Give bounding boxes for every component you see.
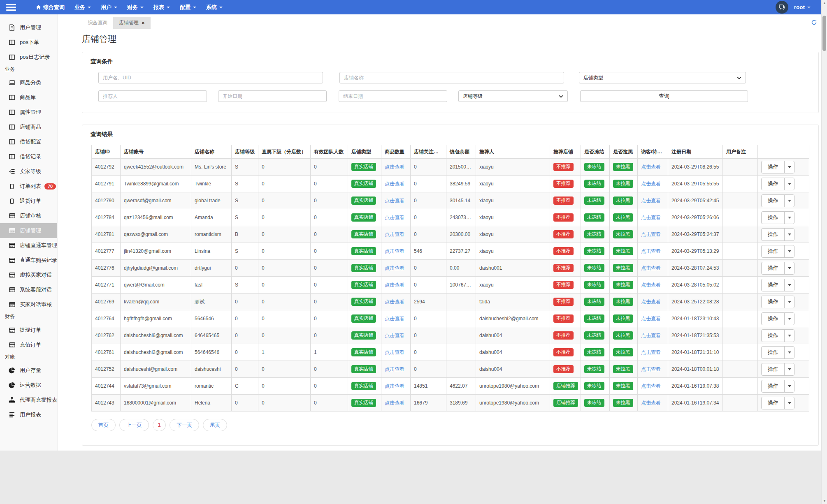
goods-view-link[interactable]: 点击查看 — [385, 349, 404, 355]
scroll-up-arrow-icon[interactable]: ▲ — [822, 1, 827, 5]
nav-item-5[interactable]: 配置 — [175, 0, 201, 14]
action-button[interactable]: 操作 — [762, 363, 784, 375]
chat-icon[interactable] — [776, 1, 788, 14]
goods-view-link[interactable]: 点击查看 — [385, 333, 404, 338]
action-dropdown-toggle[interactable] — [784, 229, 794, 240]
goods-view-link[interactable]: 点击查看 — [385, 248, 404, 254]
action-button[interactable]: 操作 — [762, 195, 784, 207]
sidebar-item-24[interactable]: 用户存量 — [0, 363, 57, 378]
action-dropdown-toggle[interactable] — [784, 245, 794, 257]
visitors-view-link[interactable]: 点击查看 — [641, 366, 661, 372]
visitors-view-link[interactable]: 点击查看 — [641, 265, 661, 271]
visitors-view-link[interactable]: 点击查看 — [641, 248, 661, 254]
action-dropdown-toggle[interactable] — [784, 262, 794, 274]
action-dropdown-toggle[interactable] — [784, 161, 794, 173]
goods-view-link[interactable]: 点击查看 — [385, 198, 404, 203]
pagination-next[interactable]: 下一页 — [170, 419, 199, 431]
sidebar-item-6[interactable]: 属性管理 — [0, 105, 57, 120]
sidebar-item-13[interactable]: 店铺审核 — [0, 208, 57, 223]
pagination-first[interactable]: 首页 — [91, 419, 116, 431]
action-dropdown-toggle[interactable] — [784, 212, 794, 224]
action-dropdown-toggle[interactable] — [784, 330, 794, 342]
sidebar-item-1[interactable]: pos下单 — [0, 35, 57, 50]
visitors-view-link[interactable]: 点击查看 — [641, 231, 661, 237]
goods-view-link[interactable]: 点击查看 — [385, 181, 404, 187]
action-button[interactable]: 操作 — [762, 380, 784, 392]
action-button[interactable]: 操作 — [762, 279, 784, 291]
action-button[interactable]: 操作 — [762, 245, 784, 257]
sidebar-item-8[interactable]: 借贷配置 — [0, 134, 57, 149]
action-button[interactable]: 操作 — [762, 161, 784, 173]
goods-view-link[interactable]: 点击查看 — [385, 383, 404, 389]
user-menu[interactable]: root — [794, 4, 811, 10]
sidebar-item-17[interactable]: 虚拟买家对话 — [0, 268, 57, 282]
action-dropdown-toggle[interactable] — [784, 296, 794, 308]
visitors-view-link[interactable]: 点击查看 — [641, 198, 661, 203]
shop-level-select[interactable]: 店铺等级 — [458, 90, 568, 102]
nav-item-1[interactable]: 业务 — [70, 0, 96, 14]
action-dropdown-toggle[interactable] — [784, 363, 794, 375]
end-date-input[interactable] — [339, 90, 447, 102]
sidebar-item-5[interactable]: 商品库 — [0, 90, 57, 105]
username-uid-input[interactable] — [98, 72, 323, 83]
goods-view-link[interactable]: 点击查看 — [385, 265, 404, 271]
sidebar-item-22[interactable]: 充值订单 — [0, 338, 57, 352]
sidebar-item-15[interactable]: 店铺直通车管理 — [0, 238, 57, 253]
goods-view-link[interactable]: 点击查看 — [385, 366, 404, 372]
nav-item-4[interactable]: 报表 — [149, 0, 175, 14]
sidebar-item-4[interactable]: 商品分类 — [0, 75, 57, 90]
shop-name-input[interactable] — [339, 72, 564, 83]
sidebar-item-19[interactable]: 买家对话审核 — [0, 297, 57, 312]
goods-view-link[interactable]: 点击查看 — [385, 164, 404, 170]
menu-toggle-icon[interactable] — [6, 4, 16, 11]
sidebar-item-12[interactable]: 退货订单 — [0, 194, 57, 208]
action-button[interactable]: 操作 — [762, 296, 784, 308]
action-button[interactable]: 操作 — [762, 178, 784, 190]
action-dropdown-toggle[interactable] — [784, 195, 794, 207]
visitors-view-link[interactable]: 点击查看 — [641, 333, 661, 338]
referrer-input[interactable] — [98, 90, 207, 102]
scrollbar-thumb[interactable] — [822, 16, 826, 51]
nav-item-2[interactable]: 用户 — [96, 0, 122, 14]
visitors-view-link[interactable]: 点击查看 — [641, 316, 661, 321]
action-dropdown-toggle[interactable] — [784, 397, 794, 409]
sidebar-item-26[interactable]: 代理商充提报表 — [0, 393, 57, 407]
visitors-view-link[interactable]: 点击查看 — [641, 181, 661, 187]
visitors-view-link[interactable]: 点击查看 — [641, 400, 661, 406]
sidebar-item-16[interactable]: 直通车购买记录 — [0, 253, 57, 268]
action-button[interactable]: 操作 — [762, 347, 784, 358]
goods-view-link[interactable]: 点击查看 — [385, 282, 404, 288]
shop-type-select[interactable]: 店铺类型 — [579, 72, 746, 83]
sidebar-item-27[interactable]: 用户报表 — [0, 407, 57, 422]
visitors-view-link[interactable]: 点击查看 — [641, 299, 661, 305]
pagination-last[interactable]: 尾页 — [203, 419, 227, 431]
visitors-view-link[interactable]: 点击查看 — [641, 383, 661, 389]
sidebar-item-0[interactable]: 用户管理 — [0, 20, 57, 35]
sidebar-item-7[interactable]: 店铺商品 — [0, 120, 57, 134]
sidebar-item-10[interactable]: 卖家等级 — [0, 164, 57, 179]
goods-view-link[interactable]: 点击查看 — [385, 215, 404, 220]
action-dropdown-toggle[interactable] — [784, 313, 794, 325]
refresh-icon[interactable] — [811, 19, 817, 27]
action-dropdown-toggle[interactable] — [784, 347, 794, 358]
sidebar-item-21[interactable]: 提现订单 — [0, 323, 57, 338]
close-icon[interactable]: × — [142, 20, 145, 25]
visitors-view-link[interactable]: 点击查看 — [641, 349, 661, 355]
goods-view-link[interactable]: 点击查看 — [385, 400, 404, 406]
sidebar-item-11[interactable]: 订单列表70 — [0, 179, 57, 194]
sidebar-item-9[interactable]: 借贷记录 — [0, 149, 57, 164]
sidebar-item-25[interactable]: 运营数据 — [0, 378, 57, 393]
goods-view-link[interactable]: 点击查看 — [385, 299, 404, 305]
visitors-view-link[interactable]: 点击查看 — [641, 164, 661, 170]
visitors-view-link[interactable]: 点击查看 — [641, 215, 661, 220]
tab-1[interactable]: 店铺管理× — [113, 17, 151, 29]
start-date-input[interactable] — [218, 90, 327, 102]
action-button[interactable]: 操作 — [762, 397, 784, 409]
sidebar-item-18[interactable]: 系统客服对话 — [0, 282, 57, 297]
goods-view-link[interactable]: 点击查看 — [385, 231, 404, 237]
action-button[interactable]: 操作 — [762, 262, 784, 274]
action-dropdown-toggle[interactable] — [784, 178, 794, 190]
nav-item-3[interactable]: 财务 — [122, 0, 149, 14]
action-dropdown-toggle[interactable] — [784, 279, 794, 291]
action-button[interactable]: 操作 — [762, 313, 784, 325]
